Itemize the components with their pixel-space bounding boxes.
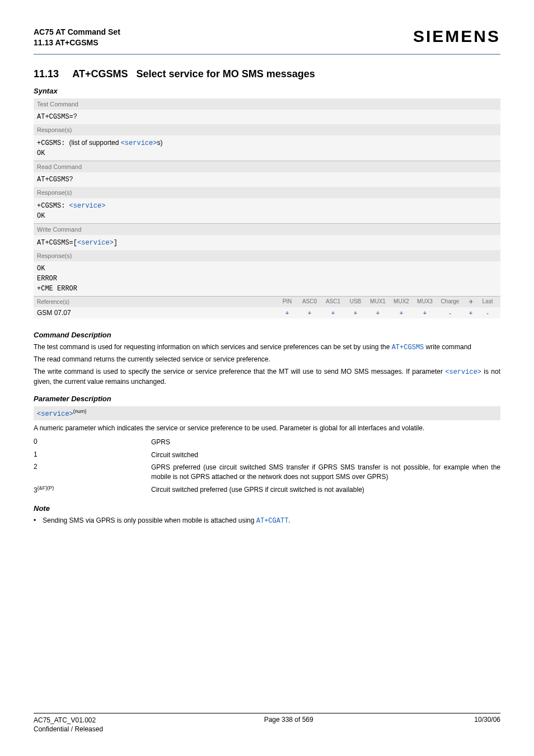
param-key-3: 3(&F)(P) — [34, 483, 151, 496]
airplane-icon: ✈ — [463, 298, 478, 306]
note-list: • Sending SMS via GPRS is only possible … — [34, 516, 500, 526]
doc-title: AC75 AT Command Set — [34, 27, 120, 37]
parameter-name-row: <service>(num) — [34, 406, 500, 420]
reference-label: Reference(s) — [37, 299, 69, 305]
ref-val-1: + — [298, 309, 321, 316]
param-row-2: 2 GPRS preferred (use circuit switched S… — [34, 461, 500, 483]
param-desc-2: GPRS preferred (use circuit switched SMS… — [151, 461, 500, 483]
param-row-1: 1 Circuit switched — [34, 449, 500, 462]
cmd-desc-p1-link: AT+CGSMS — [392, 344, 424, 351]
read-resp-param: <service> — [69, 202, 106, 210]
read-response-label: Response(s) — [34, 187, 500, 198]
write-resp-err: ERROR — [37, 274, 497, 284]
param-desc-3: Circuit switched preferred (use GPRS if … — [151, 483, 500, 496]
param-key-1-val: 1 — [34, 450, 38, 458]
section-rest: Select service for MO SMS messages — [137, 68, 315, 79]
test-resp-open: (list of supported — [69, 139, 121, 147]
note-text-b: . — [288, 516, 290, 524]
ref-col-pin: PIN — [277, 298, 298, 306]
footer-row: AC75_ATC_V01.002 Confidential / Released… — [34, 716, 500, 734]
param-desc-0: GPRS — [151, 436, 500, 449]
read-resp-ok: OK — [37, 211, 497, 221]
ref-col-charge: Charge — [437, 298, 463, 306]
ref-val-8: + — [463, 309, 478, 316]
section-number: 11.13 — [34, 68, 67, 80]
cmd-desc-p3a: The write command is used to specify the… — [34, 368, 445, 375]
read-command-body: AT+CGSMS? — [34, 172, 500, 187]
reference-value-row: GSM 07.07 + + + + + + + - + - — [34, 307, 500, 318]
ref-col-mux3: MUX3 — [413, 298, 437, 306]
param-row-0: 0 GPRS — [34, 436, 500, 449]
note-heading: Note — [34, 504, 500, 513]
ref-val-6: + — [413, 309, 437, 316]
write-response-body: OK ERROR +CME ERROR — [34, 261, 500, 296]
write-command-header: Write Command — [34, 224, 500, 235]
write-resp-ok: OK — [37, 264, 497, 274]
reference-values: + + + + + + + - + - — [277, 309, 497, 316]
param-key-2-val: 2 — [34, 463, 38, 471]
header-section-ref: 11.13 AT+CGSMS — [34, 37, 120, 48]
test-resp-prefix: +CGSMS: — [37, 139, 69, 147]
header-rule — [34, 54, 500, 55]
test-response-label: Response(s) — [34, 124, 500, 135]
param-key-0-val: 0 — [34, 438, 38, 445]
write-resp-cme: +CME ERROR — [37, 284, 497, 294]
parameter-table: 0 GPRS 1 Circuit switched 2 GPRS preferr… — [34, 436, 500, 496]
parameter-description-heading: Parameter Description — [34, 395, 500, 403]
section-command: AT+CGSMS — [72, 68, 128, 79]
ref-val-5: + — [390, 309, 413, 316]
test-resp-ok: OK — [37, 148, 497, 158]
note-item: • Sending SMS via GPRS is only possible … — [34, 516, 500, 526]
ref-col-asc0: ASC0 — [298, 298, 321, 306]
footer-page: Page 338 of 569 — [264, 716, 313, 734]
write-response-label: Response(s) — [34, 250, 500, 261]
cmd-desc-p1b: write command — [424, 343, 471, 351]
cmd-desc-p1: The test command is used for requesting … — [34, 342, 500, 353]
read-command-cmd: AT+CGSMS? — [37, 175, 497, 185]
parameter-intro: A numeric parameter which indicates the … — [34, 424, 500, 433]
note-link: AT+CGATT — [256, 517, 289, 525]
ref-val-0: + — [277, 309, 298, 316]
cmd-desc-p3-link: <service> — [445, 368, 481, 376]
param-key-0: 0 — [34, 436, 151, 449]
param-key-3-sup: (&F)(P) — [38, 485, 54, 491]
ref-col-mux2: MUX2 — [390, 298, 413, 306]
test-command-cmd: AT+CGSMS=? — [37, 112, 497, 122]
reference-columns: PIN ASC0 ASC1 USB MUX1 MUX2 MUX3 Charge … — [277, 298, 497, 306]
test-command-body: AT+CGSMS=? — [34, 110, 500, 124]
note-text: Sending SMS via GPRS is only possible wh… — [43, 516, 291, 526]
section-title: 11.13 AT+CGSMS Select service for MO SMS… — [34, 68, 500, 80]
ref-col-mux1: MUX1 — [366, 298, 390, 306]
reference-header-row: Reference(s) PIN ASC0 ASC1 USB MUX1 MUX2… — [34, 297, 500, 307]
param-key-1: 1 — [34, 449, 151, 462]
write-cmd-suffix: ] — [114, 239, 118, 247]
page-header: AC75 AT Command Set 11.13 AT+CGSMS SIEME… — [34, 27, 500, 48]
cmd-desc-p3: The write command is used to specify the… — [34, 367, 500, 387]
command-description-heading: Command Description — [34, 331, 500, 339]
ref-val-3: + — [345, 309, 366, 316]
ref-val-4: + — [366, 309, 390, 316]
write-command-body: AT+CGSMS=[<service>] — [34, 235, 500, 250]
cmd-desc-p1a: The test command is used for requesting … — [34, 343, 392, 351]
test-resp-param: <service> — [121, 139, 157, 147]
ref-val-2: + — [321, 309, 345, 316]
syntax-block: Test Command AT+CGSMS=? Response(s) +CGS… — [34, 98, 500, 318]
header-left: AC75 AT Command Set 11.13 AT+CGSMS — [34, 27, 120, 48]
parameter-name: <service> — [37, 410, 73, 418]
param-row-3: 3(&F)(P) Circuit switched preferred (use… — [34, 483, 500, 496]
footer-confidential: Confidential / Released — [34, 725, 103, 734]
ref-col-usb: USB — [345, 298, 366, 306]
param-key-2: 2 — [34, 461, 151, 483]
brand-logo: SIEMENS — [413, 27, 500, 46]
test-resp-close: s) — [157, 139, 162, 147]
test-command-header: Test Command — [34, 98, 500, 110]
ref-col-last: Last — [478, 298, 497, 306]
page-footer: AC75_ATC_V01.002 Confidential / Released… — [34, 713, 500, 734]
footer-version: AC75_ATC_V01.002 — [34, 716, 103, 725]
bullet-icon: • — [34, 516, 36, 526]
cmd-desc-p2: The read command returns the currently s… — [34, 355, 500, 364]
write-cmd-param: <service> — [77, 239, 114, 247]
param-key-3-val: 3 — [34, 486, 38, 494]
write-cmd-prefix: AT+CGSMS=[ — [37, 239, 77, 247]
footer-date: 10/30/06 — [474, 716, 500, 734]
